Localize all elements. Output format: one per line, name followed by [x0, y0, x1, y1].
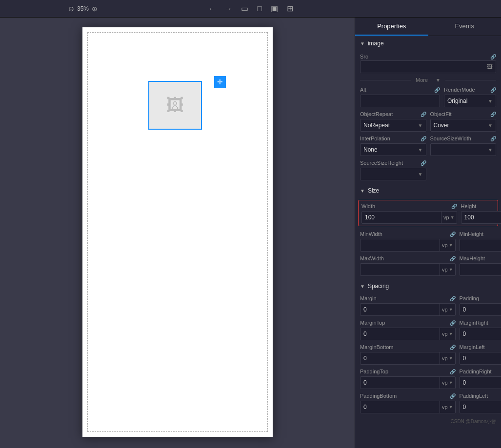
- paddingright-input[interactable]: [460, 379, 501, 386]
- paddingright-label: PaddingRight 🔗: [460, 368, 501, 375]
- paddingbottom-unit[interactable]: vp ▼: [440, 401, 455, 413]
- margintop-input[interactable]: [361, 331, 440, 337]
- prop-margin: Margin 🔗 vp ▼: [360, 294, 456, 316]
- width-input-wrap: vp ▼: [361, 211, 457, 224]
- image-component[interactable]: 🖼: [148, 81, 202, 130]
- interaction-icon[interactable]: □: [255, 3, 264, 14]
- marginleft-input-wrap: vp ▼: [460, 352, 501, 365]
- alt-link-icon[interactable]: 🔗: [434, 87, 440, 93]
- marginright-input-wrap: vp ▼: [460, 328, 501, 340]
- move-icon: ✛: [217, 78, 223, 86]
- section-spacing[interactable]: ▼ Spacing: [355, 279, 501, 293]
- height-input[interactable]: [461, 214, 501, 221]
- sourcesizeheight-link-icon[interactable]: 🔗: [421, 160, 426, 166]
- prop-sourcesizeheight: SourceSizeHeight 🔗 ▼: [360, 159, 426, 180]
- canvas-area[interactable]: 🖼 ✛: [0, 18, 355, 448]
- objectrepeat-select[interactable]: NoRepeat ▼: [360, 119, 426, 132]
- prop-row-margintop-marginright: MarginTop 🔗 vp ▼ MarginRight 🔗: [355, 318, 501, 341]
- minwidth-unit[interactable]: vp ▼: [440, 239, 455, 251]
- prop-row-minwidth-minheight: MinWidth 🔗 vp ▼ MinHeight 🔗: [355, 229, 501, 253]
- minheight-input[interactable]: [460, 242, 501, 249]
- src-input[interactable]: [363, 63, 487, 70]
- layout-icon[interactable]: ⊞: [285, 3, 295, 14]
- interpolation-link-icon[interactable]: 🔗: [421, 136, 426, 141]
- prop-paddingright: PaddingRight 🔗 vp ▼: [460, 368, 501, 389]
- sourcesizewidth-select[interactable]: ▼: [430, 143, 497, 156]
- margintop-unit[interactable]: vp ▼: [440, 328, 455, 340]
- maxwidth-unit-chev: ▼: [449, 267, 453, 272]
- marginright-input[interactable]: [460, 331, 501, 337]
- width-input[interactable]: [362, 214, 441, 221]
- section-image-label: image: [368, 40, 384, 47]
- tab-properties[interactable]: Properties: [355, 18, 428, 36]
- objectfit-link-icon[interactable]: 🔗: [490, 112, 496, 117]
- prop-placeholder-empty: [430, 159, 497, 180]
- toolbar-actions: ← → ▭ □ ▣ ⊞: [206, 3, 295, 14]
- minwidth-input[interactable]: [361, 242, 440, 249]
- paddingtop-input[interactable]: [361, 379, 440, 386]
- minwidth-link-icon[interactable]: 🔗: [450, 232, 456, 237]
- objectrepeat-link-icon[interactable]: 🔗: [421, 112, 426, 117]
- margin-input[interactable]: [361, 306, 440, 313]
- maxwidth-input[interactable]: [361, 266, 440, 273]
- prop-interpolation: InterPolation 🔗 None ▼: [360, 135, 426, 156]
- marginleft-input[interactable]: [460, 355, 501, 362]
- maxheight-label: MaxHeight 🔗: [460, 254, 501, 262]
- width-unit[interactable]: vp ▼: [441, 212, 457, 223]
- width-link-icon[interactable]: 🔗: [451, 204, 457, 209]
- paddingleft-input[interactable]: [460, 404, 501, 410]
- prop-marginleft: MarginLeft 🔗 vp ▼: [460, 343, 501, 365]
- section-size[interactable]: ▼ Size: [355, 183, 501, 198]
- rendermode-select[interactable]: Original ▼: [444, 95, 496, 107]
- marginbottom-unit[interactable]: vp ▼: [440, 352, 455, 364]
- sourcesizewidth-link-icon[interactable]: 🔗: [490, 136, 496, 141]
- src-image-icon[interactable]: 🖼: [487, 63, 493, 70]
- zoom-control: ⊖ 35% ⊕: [68, 5, 98, 13]
- margin-link-icon[interactable]: 🔗: [450, 296, 456, 301]
- paddingbottom-link-icon[interactable]: 🔗: [450, 393, 456, 399]
- prop-alt: Alt 🔗: [360, 86, 440, 107]
- zoom-value: 35%: [77, 5, 89, 12]
- interpolation-select[interactable]: None ▼: [360, 143, 426, 156]
- prop-maxwidth: MaxWidth 🔗 vp ▼: [360, 254, 456, 276]
- objectfit-select[interactable]: Cover ▼: [430, 119, 497, 132]
- paddingbottom-input-wrap: vp ▼: [360, 401, 456, 413]
- width-label: Width 🔗: [361, 202, 457, 210]
- device-icon[interactable]: ▭: [239, 3, 250, 14]
- sourcesizeheight-select[interactable]: ▼: [360, 168, 426, 180]
- maxheight-input[interactable]: [460, 266, 501, 273]
- marginright-label: MarginRight 🔗: [460, 319, 501, 327]
- prop-row-interp-sourcewidth: InterPolation 🔗 None ▼ SourceSizeWidth 🔗…: [355, 134, 501, 157]
- paddingbottom-input[interactable]: [361, 404, 440, 410]
- marginbottom-input[interactable]: [361, 355, 440, 362]
- zoom-out-icon[interactable]: ⊖: [68, 5, 74, 13]
- marginbottom-link-icon[interactable]: 🔗: [450, 345, 456, 350]
- prop-row-maxwidth-maxheight: MaxWidth 🔗 vp ▼ MaxHeight 🔗: [355, 253, 501, 277]
- paddingtop-unit[interactable]: vp ▼: [440, 377, 455, 389]
- paddingtop-link-icon[interactable]: 🔗: [450, 369, 456, 374]
- width-unit-chev: ▼: [450, 215, 455, 220]
- margin-unit-chev: ▼: [449, 307, 453, 312]
- prop-paddingleft: PaddingLeft 🔗 vp ▼: [460, 392, 501, 413]
- sourcesizewidth-label: SourceSizeWidth 🔗: [430, 135, 497, 142]
- more-chevron[interactable]: ▼: [433, 78, 443, 83]
- rendermode-link-icon[interactable]: 🔗: [490, 87, 496, 93]
- prop-row-paddingtop-paddingright: PaddingTop 🔗 vp ▼ PaddingRight 🔗: [355, 367, 501, 390]
- alt-input[interactable]: [361, 97, 440, 104]
- frame-icon[interactable]: ▣: [269, 3, 280, 14]
- section-image[interactable]: ▼ image: [355, 36, 501, 51]
- maxwidth-link-icon[interactable]: 🔗: [450, 256, 456, 261]
- move-handle[interactable]: ✛: [214, 76, 226, 88]
- margin-unit[interactable]: vp ▼: [440, 304, 455, 315]
- margintop-link-icon[interactable]: 🔗: [450, 320, 456, 326]
- redo-icon[interactable]: →: [222, 3, 234, 14]
- minheight-label: MinHeight 🔗: [460, 230, 501, 238]
- zoom-in-icon[interactable]: ⊕: [92, 5, 98, 13]
- src-link-icon[interactable]: 🔗: [490, 54, 496, 59]
- height-label: Height 🔗: [461, 202, 501, 210]
- tab-events[interactable]: Events: [428, 18, 501, 36]
- maxwidth-unit[interactable]: vp ▼: [440, 264, 455, 275]
- padding-input[interactable]: [460, 306, 501, 313]
- section-image-arrow: ▼: [360, 41, 365, 46]
- undo-icon[interactable]: ←: [206, 3, 218, 14]
